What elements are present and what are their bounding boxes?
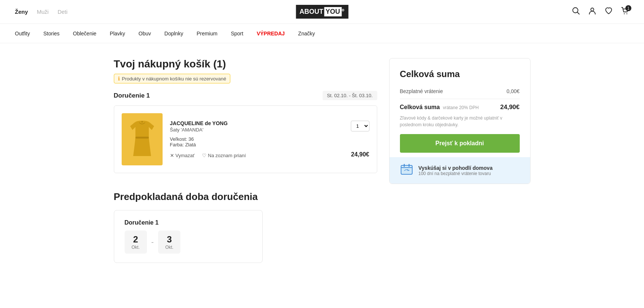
cart-button[interactable]: 1 (621, 7, 629, 17)
logo[interactable]: ABOUTYOU° (296, 5, 348, 19)
account-button[interactable] (588, 7, 596, 17)
svg-line-1 (577, 12, 580, 15)
checkout-button[interactable]: Prejsť k pokladni (400, 134, 520, 153)
delivery-card: Doručenie 1 2 Okt. - 3 Okt. (114, 210, 263, 263)
free-return-label: Bezplatné vrátenie (400, 88, 443, 94)
nav-stories[interactable]: Stories (43, 31, 60, 36)
search-icon (572, 7, 580, 15)
svg-point-4 (627, 13, 627, 14)
date-dash: - (151, 238, 154, 247)
top-bar-right: 1 (572, 7, 629, 17)
return-banner: Vyskúšaj si v pohodlí domova 100 dní na … (390, 157, 530, 184)
nav-women[interactable]: Ženy (15, 9, 28, 15)
info-badge: ℹ Produkty v nákupnom košíku nie sú reze… (114, 74, 230, 83)
item-details: JACQUELINE de YONG Šaty 'AMANDA' Veľkost… (170, 120, 343, 158)
search-button[interactable] (572, 7, 580, 17)
logo-dot: ° (342, 7, 345, 16)
cart-title: Tvoj nákupný košík (1) (114, 58, 377, 70)
return-text: Vyskúšaj si v pohodlí domova 100 dní na … (419, 165, 493, 176)
estimated-section: Predpokladaná doba doručenia Doručenie 1… (114, 191, 377, 263)
heart-small-icon: ♡ (202, 153, 206, 158)
nav-znacky[interactable]: Značky (298, 31, 315, 36)
total-label: Celková suma (400, 104, 440, 110)
delivery-header: Doručenie 1 St. 02.10. - Št. 03.10. (114, 91, 377, 100)
date-range: 2 Okt. - 3 Okt. (125, 231, 252, 254)
estimated-title: Predpokladaná doba doručenia (114, 191, 377, 203)
cart-item: JACQUELINE de YONG Šaty 'AMANDA' Veľkost… (114, 105, 377, 173)
top-nav-gender: Ženy Muži Deti (15, 9, 67, 15)
item-color: Farba: Zlatá (170, 142, 343, 147)
nav-kids[interactable]: Deti (58, 9, 68, 15)
divider (400, 99, 520, 99)
logo-you: YOU (324, 7, 342, 16)
delivery-card-title: Doručenie 1 (125, 219, 252, 226)
nav-doplnky[interactable]: Doplnky (164, 31, 183, 36)
nav-vypredaj[interactable]: VÝPREDAJ (257, 31, 285, 36)
svg-rect-5 (135, 137, 149, 139)
wishlist-add-button[interactable]: ♡ Na zoznam prianí (202, 153, 246, 158)
item-actions: ✕ Vymazať ♡ Na zoznam prianí (170, 153, 343, 158)
cart-badge: 1 (625, 5, 631, 11)
product-image (122, 113, 163, 165)
delivery-title: Doručenie 1 (114, 92, 150, 99)
return-subtitle: 100 dní na bezplatné vrátenie tovaru (419, 171, 493, 176)
date-to-num: 3 (167, 234, 172, 245)
item-size: Veľkost: 36 (170, 136, 343, 142)
delete-icon: ✕ (170, 153, 174, 158)
delete-button[interactable]: ✕ Vymazať (170, 153, 195, 158)
date-to-month: Okt. (165, 245, 173, 250)
item-name: Šaty 'AMANDA' (170, 127, 343, 133)
free-return-value: 0,00€ (506, 88, 519, 94)
top-bar: Ženy Muži Deti ABOUTYOU° (0, 0, 644, 24)
svg-point-6 (141, 121, 143, 123)
delete-label: Vymazať (176, 153, 195, 158)
date-to: 3 Okt. (158, 231, 180, 254)
return-svg-icon (400, 162, 413, 176)
svg-point-2 (591, 8, 594, 11)
total-value: 24,90€ (500, 104, 520, 111)
summary-box: Celková suma Bezplatné vrátenie 0,00€ Ce… (389, 58, 531, 184)
main-content: Tvoj nákupný košík (1) ℹ Produkty v náku… (99, 58, 545, 263)
svg-point-3 (624, 13, 625, 14)
nav-men[interactable]: Muži (37, 9, 49, 15)
nav-outfity[interactable]: Outfity (15, 31, 30, 36)
svg-rect-9 (408, 164, 410, 167)
summary-title: Celková suma (400, 69, 520, 79)
info-badge-text: Produkty v nákupnom košíku nie sú rezerv… (122, 76, 226, 82)
main-nav: Outfity Stories Oblečenie Plavky Obuv Do… (0, 24, 644, 43)
item-price: 24,90€ (351, 151, 369, 158)
date-from: 2 Okt. (125, 231, 147, 254)
delivery-date: St. 02.10. - Št. 03.10. (323, 91, 377, 100)
return-title: Vyskúšaj si v pohodlí domova (419, 165, 493, 171)
logo-about: ABOUT (299, 8, 323, 16)
item-brand: JACQUELINE de YONG (170, 120, 343, 126)
dress-svg (127, 119, 157, 160)
date-from-num: 2 (133, 234, 138, 245)
nav-sport[interactable]: Sport (231, 31, 243, 36)
cart-section: Tvoj nákupný košík (1) ℹ Produkty v náku… (114, 58, 377, 263)
item-right: 1 2 3 24,90€ (351, 121, 369, 158)
calendar-return-icon (400, 162, 413, 178)
nav-obuv[interactable]: Obuv (138, 31, 151, 36)
quantity-select[interactable]: 1 2 3 (351, 121, 369, 131)
wishlist-button[interactable] (605, 7, 613, 17)
discount-note: Zľavové kódy & darčekové karty je možné … (400, 115, 520, 128)
wishlist-label: Na zoznam prianí (208, 153, 246, 158)
svg-rect-8 (404, 164, 405, 167)
total-row: Celková suma vrátane 20% DPH 24,90€ (400, 104, 520, 111)
free-return-row: Bezplatné vrátenie 0,00€ (400, 88, 520, 94)
nav-plavky[interactable]: Plavky (110, 31, 125, 36)
info-icon: ℹ (118, 76, 120, 82)
heart-icon (605, 7, 613, 15)
nav-premium[interactable]: Premium (196, 31, 217, 36)
total-sublabel: vrátane 20% DPH (443, 105, 479, 110)
date-from-month: Okt. (131, 245, 140, 250)
nav-oblecenie[interactable]: Oblečenie (73, 31, 96, 36)
account-icon (588, 7, 596, 15)
